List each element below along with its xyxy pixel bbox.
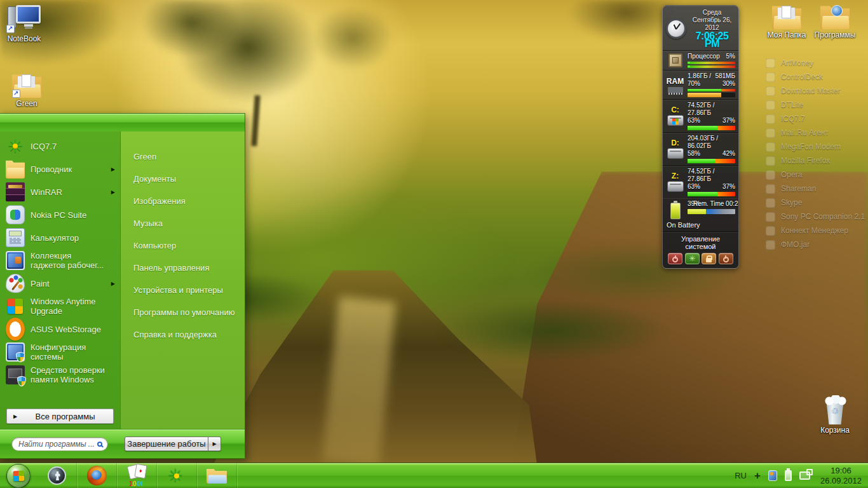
start-menu-item[interactable]: Проводник ▶ <box>0 158 120 180</box>
lock-button[interactable] <box>702 253 716 264</box>
counter-strike-icon <box>48 466 66 485</box>
cpu-label: Процессор <box>688 53 720 60</box>
language-indicator[interactable]: RU <box>735 471 747 480</box>
start-menu-place-item[interactable]: Программы по умолчанию <box>121 301 245 323</box>
list-item[interactable]: Download Master <box>766 84 865 98</box>
disk-usage-bar <box>688 192 735 196</box>
taskbar-button-icq[interactable] <box>157 463 197 488</box>
shutdown-button[interactable]: Завершение работы <box>125 437 208 451</box>
start-menu-item[interactable]: Nokia PC Suite <box>0 203 120 226</box>
shutdown-label: Завершение работы <box>127 439 205 449</box>
icq-icon <box>167 466 186 485</box>
start-menu-place-item[interactable]: Справка и поддержка <box>121 323 245 346</box>
taskbar-button-explorer[interactable] <box>197 463 237 488</box>
place-label: Документы <box>133 174 176 184</box>
search-input[interactable] <box>17 439 97 449</box>
desktop-icon-my-folder[interactable]: Моя Папка <box>764 5 810 39</box>
submenu-arrow-icon: ▶ <box>111 189 115 195</box>
start-menu-item-label: Nokia PC Suite <box>31 210 109 220</box>
list-item[interactable]: DTLite <box>766 98 865 112</box>
battery-tray-icon[interactable] <box>785 470 792 481</box>
desktop-icon-programs[interactable]: Программы <box>812 5 858 39</box>
start-button[interactable] <box>0 463 37 488</box>
start-menu-item[interactable]: Windows Anytime Upgrade <box>0 295 120 318</box>
disk-used-pct: 63% <box>688 117 700 125</box>
network-tray-icon[interactable] <box>799 471 810 480</box>
desktop-icon-label: Green <box>16 100 37 108</box>
folder-documents-icon <box>772 5 801 29</box>
standby-button[interactable] <box>719 253 733 264</box>
place-label: Справка и поддержка <box>133 330 217 339</box>
program-icon <box>6 274 25 293</box>
list-item[interactable]: Sony PC Companion 2.1 <box>766 210 865 224</box>
tray-time: 19:06 <box>820 466 862 476</box>
list-item[interactable]: Коннект Менеджер <box>766 224 865 238</box>
taskbar-clock[interactable]: 19:06 26.09.2012 <box>820 466 862 486</box>
desktop-icon-recycle-bin[interactable]: ♲ Корзина <box>816 395 854 435</box>
start-menu-item[interactable]: Средство проверки памяти Windows <box>0 363 120 386</box>
list-item[interactable]: Mail.Ru Агент <box>766 126 865 140</box>
tray-overflow-button[interactable]: + <box>754 470 761 481</box>
place-label: Панель управления <box>133 263 209 273</box>
disk-sizes: 74.52ГБ / 27.86ГБ <box>688 102 735 117</box>
windows-flag-icon <box>13 470 24 481</box>
control-title: Управление системой <box>666 235 735 250</box>
start-menu-place-item[interactable]: Green <box>121 146 245 168</box>
list-item-label: Mozilla Firefox <box>781 156 830 165</box>
list-item[interactable]: ControlDeck <box>766 70 865 84</box>
list-item-label: Mail.Ru Агент <box>781 128 829 137</box>
all-programs-label: Все программы <box>17 412 113 421</box>
desktop-icon-notebook[interactable]: NoteBook <box>4 4 44 43</box>
recycle-bin-icon: ♲ <box>822 395 848 424</box>
list-item[interactable]: ICQ7.7 <box>766 112 865 126</box>
taskbar-button-game-1000[interactable]: 1000 <box>117 463 157 488</box>
program-icon <box>6 137 25 156</box>
program-icon <box>6 182 25 201</box>
list-item[interactable]: Skype <box>766 196 865 210</box>
start-menu-item[interactable]: Калькулятор <box>0 226 120 249</box>
list-item[interactable]: Opera <box>766 168 865 182</box>
start-menu-item-label: Windows Anytime Upgrade <box>31 297 109 316</box>
list-item[interactable]: Mozilla Firefox <box>766 154 865 168</box>
disk-free-pct: 37% <box>722 183 735 191</box>
desktop-icon-green[interactable]: Green <box>6 74 47 108</box>
cpu-core1-bar <box>688 62 735 64</box>
all-programs-button[interactable]: ▶ Все программы <box>6 409 114 424</box>
shutdown-button[interactable] <box>668 253 682 264</box>
app-icon <box>766 170 775 180</box>
gadget-ram-section: RAM 1.86ГБ /581МБ 70%30% <box>663 71 738 100</box>
gadget-tray-icon[interactable] <box>768 470 777 481</box>
start-menu-place-item[interactable]: Панель управления <box>121 257 245 279</box>
start-menu-place-item[interactable]: Документы <box>121 168 245 190</box>
start-menu-item[interactable]: Paint ▶ <box>0 272 120 295</box>
shutdown-options-arrow[interactable]: ▶ <box>208 437 221 451</box>
game-1000-icon: 1000 <box>125 465 148 487</box>
restart-button[interactable]: ✳ <box>685 253 700 264</box>
power-icon <box>723 257 729 262</box>
list-item-label: Download Master <box>781 86 840 95</box>
start-menu-item[interactable]: WinRAR ▶ <box>0 180 120 203</box>
taskbar-button-counter-strike[interactable] <box>37 463 77 488</box>
start-menu-item-label: ICQ7.7 <box>31 142 109 151</box>
start-menu-place-item[interactable]: Изображения <box>121 190 245 212</box>
desktop-shortcut-list: ArtMoney ControlDeck Download Master DTL… <box>766 56 865 252</box>
place-label: Компьютер <box>133 241 176 250</box>
start-menu-place-item[interactable]: Музыка <box>121 212 245 234</box>
program-icon <box>6 251 25 270</box>
search-box[interactable] <box>11 437 108 451</box>
list-item[interactable]: MegaFon Modem <box>766 140 865 154</box>
start-menu-item[interactable]: Коллекция гаджетов рабочег... <box>0 249 120 272</box>
taskbar-button-firefox[interactable] <box>77 463 117 488</box>
list-item[interactable]: Shareman <box>766 182 865 196</box>
list-item[interactable]: ФМО.jar <box>766 238 865 252</box>
app-icon <box>766 72 775 82</box>
start-menu-place-item[interactable]: Устройства и принтеры <box>121 279 245 301</box>
start-menu-item[interactable]: ASUS WebStorage <box>0 318 120 341</box>
disk-sizes: 204.03ГБ / 86.02ГБ <box>688 135 735 150</box>
firefox-icon <box>87 466 107 485</box>
start-menu-item[interactable]: ICQ7.7 <box>0 135 120 158</box>
start-menu-place-item[interactable]: Компьютер <box>121 234 245 257</box>
start-menu-item-label: Калькулятор <box>31 233 109 243</box>
start-menu-item[interactable]: Конфигурация системы <box>0 341 120 363</box>
list-item[interactable]: ArtMoney <box>766 56 865 70</box>
